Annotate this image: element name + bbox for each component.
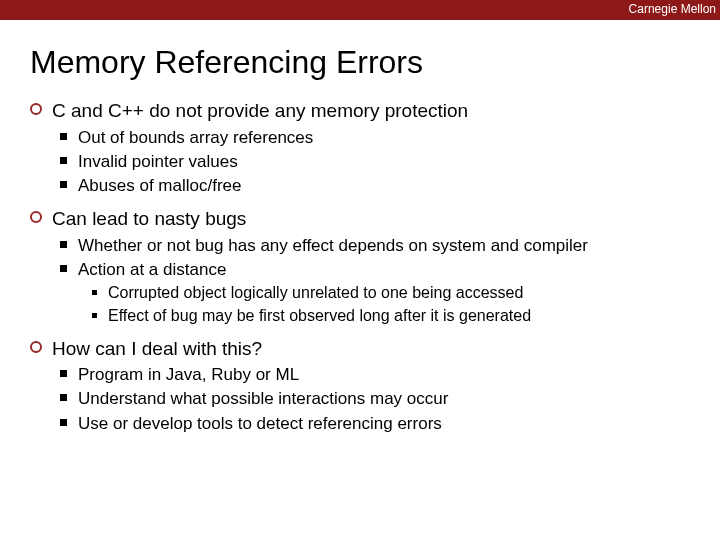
bullet-l1: Can lead to nasty bugs <box>30 207 690 231</box>
bullet-l1: C and C++ do not provide any memory prot… <box>30 99 690 123</box>
bullet-l2: Out of bounds array references <box>30 127 690 149</box>
bullet-l2: Use or develop tools to detect referenci… <box>30 413 690 435</box>
bullet-l1: How can I deal with this? <box>30 337 690 361</box>
section-3: How can I deal with this? Program in Jav… <box>30 337 690 435</box>
bullet-l2: Abuses of malloc/free <box>30 175 690 197</box>
bullet-l3: Corrupted object logically unrelated to … <box>30 283 690 304</box>
bullet-l3: Effect of bug may be first observed long… <box>30 306 690 327</box>
institution-label: Carnegie Mellon <box>629 2 716 16</box>
slide-body: Memory Referencing Errors C and C++ do n… <box>0 20 720 455</box>
section-2: Can lead to nasty bugs Whether or not bu… <box>30 207 690 327</box>
bullet-l2: Whether or not bug has any effect depend… <box>30 235 690 257</box>
bullet-l2: Understand what possible interactions ma… <box>30 388 690 410</box>
slide-title: Memory Referencing Errors <box>30 44 690 81</box>
bullet-l2: Action at a distance <box>30 259 690 281</box>
section-1: C and C++ do not provide any memory prot… <box>30 99 690 197</box>
header-bar: Carnegie Mellon <box>0 0 720 20</box>
bullet-l2: Invalid pointer values <box>30 151 690 173</box>
bullet-l2: Program in Java, Ruby or ML <box>30 364 690 386</box>
